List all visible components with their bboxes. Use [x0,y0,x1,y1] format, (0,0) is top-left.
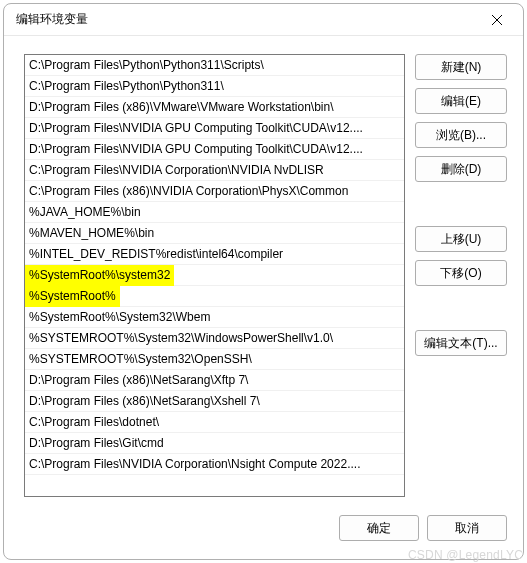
list-item-text: %SystemRoot% [25,286,120,307]
list-item[interactable]: %SYSTEMROOT%\System32\WindowsPowerShell\… [25,328,404,349]
list-item[interactable]: %MAVEN_HOME%\bin [25,223,404,244]
list-item[interactable]: C:\Program Files\dotnet\ [25,412,404,433]
list-item[interactable]: D:\Program Files\Git\cmd [25,433,404,454]
dialog-body: C:\Program Files\Python\Python311\Script… [4,36,523,509]
moveup-button[interactable]: 上移(U) [415,226,507,252]
list-item[interactable]: C:\Program Files\NVIDIA Corporation\NVID… [25,160,404,181]
side-button-column: 新建(N) 编辑(E) 浏览(B)... 删除(D) 上移(U) 下移(O) 编… [415,54,507,497]
dialog-footer: 确定 取消 [4,509,523,559]
movedown-button[interactable]: 下移(O) [415,260,507,286]
list-item[interactable]: %SystemRoot%\System32\Wbem [25,307,404,328]
list-item[interactable]: D:\Program Files (x86)\NetSarang\Xshell … [25,391,404,412]
list-item[interactable]: C:\Program Files\Python\Python311\Script… [25,55,404,76]
titlebar: 编辑环境变量 [4,4,523,36]
new-button[interactable]: 新建(N) [415,54,507,80]
close-button[interactable] [477,6,517,34]
browse-button[interactable]: 浏览(B)... [415,122,507,148]
ok-button[interactable]: 确定 [339,515,419,541]
edittext-button[interactable]: 编辑文本(T)... [415,330,507,356]
list-item[interactable]: %SystemRoot% [25,286,404,307]
list-item[interactable]: D:\Program Files\NVIDIA GPU Computing To… [25,139,404,160]
list-item[interactable]: %JAVA_HOME%\bin [25,202,404,223]
dialog-window: 编辑环境变量 C:\Program Files\Python\Python311… [3,3,524,560]
list-item[interactable]: C:\Program Files (x86)\NVIDIA Corporatio… [25,181,404,202]
list-item[interactable]: %SystemRoot%\system32 [25,265,404,286]
list-item[interactable]: D:\Program Files\NVIDIA GPU Computing To… [25,118,404,139]
list-item[interactable]: D:\Program Files (x86)\NetSarang\Xftp 7\ [25,370,404,391]
close-icon [492,15,502,25]
edit-button[interactable]: 编辑(E) [415,88,507,114]
delete-button[interactable]: 删除(D) [415,156,507,182]
list-item-text: %SystemRoot%\system32 [25,265,174,286]
list-item[interactable]: D:\Program Files (x86)\VMware\VMware Wor… [25,97,404,118]
list-item[interactable]: C:\Program Files\NVIDIA Corporation\Nsig… [25,454,404,475]
cancel-button[interactable]: 取消 [427,515,507,541]
path-listbox[interactable]: C:\Program Files\Python\Python311\Script… [24,54,405,497]
window-title: 编辑环境变量 [16,11,88,28]
list-item[interactable]: C:\Program Files\Python\Python311\ [25,76,404,97]
list-item[interactable]: %INTEL_DEV_REDIST%redist\intel64\compile… [25,244,404,265]
list-item[interactable]: %SYSTEMROOT%\System32\OpenSSH\ [25,349,404,370]
